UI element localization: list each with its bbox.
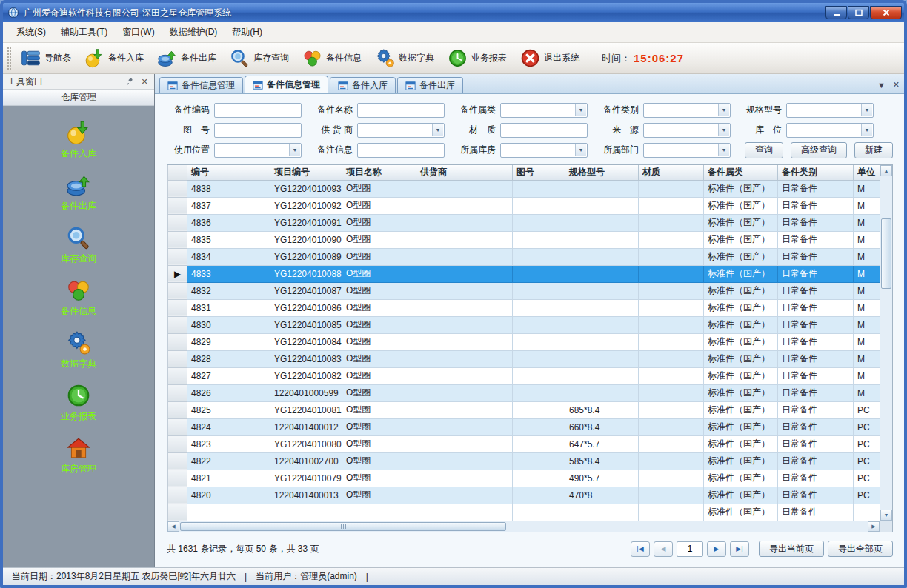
- row-selector[interactable]: ▶: [168, 265, 187, 282]
- scroll-up-icon[interactable]: ▲: [880, 165, 892, 176]
- filter-select[interactable]: ▼: [357, 123, 445, 138]
- row-selector[interactable]: [168, 316, 187, 333]
- sidebar-group-header[interactable]: 仓库管理: [3, 90, 154, 106]
- toolbar-parts-info-button[interactable]: 备件信息: [296, 45, 368, 71]
- tab-0[interactable]: 备件信息管理: [159, 77, 243, 93]
- table-row[interactable]: 4831YG12204010086O型圈标准件（国产）日常备件M: [168, 299, 880, 316]
- first-page-button[interactable]: |◀: [631, 541, 650, 557]
- tab-3[interactable]: 备件出库: [397, 77, 463, 93]
- filter-input[interactable]: [500, 123, 588, 138]
- table-row[interactable]: 4834YG12204010089O型圈标准件（国产）日常备件M: [168, 248, 880, 265]
- filter-input[interactable]: [214, 103, 302, 118]
- toolbar-parts-in-button[interactable]: 备件入库: [78, 45, 150, 71]
- vertical-scroll-thumb[interactable]: [881, 218, 891, 289]
- sidebar-close-icon[interactable]: ✕: [139, 76, 150, 87]
- table-row[interactable]: 标准件（国产）日常备件: [168, 504, 880, 521]
- menu-item-1[interactable]: 辅助工具(T): [53, 22, 115, 42]
- row-selector[interactable]: [168, 282, 187, 299]
- row-selector[interactable]: [168, 435, 187, 452]
- grid-header-cell[interactable]: 规格型号: [565, 165, 639, 180]
- scroll-down-icon[interactable]: ▼: [880, 510, 892, 521]
- table-row[interactable]: 48201220401400013O型圈470*8标准件（国产）日常备件PC: [168, 487, 880, 504]
- export-current-page-button[interactable]: 导出当前页: [759, 541, 824, 557]
- tab-close-icon[interactable]: ✕: [893, 80, 900, 90]
- grid-header-cell[interactable]: 备件类别: [778, 165, 854, 180]
- prev-page-button[interactable]: ◀: [654, 541, 673, 557]
- table-row[interactable]: 4828YG12204010083O型圈标准件（国产）日常备件M: [168, 350, 880, 367]
- sidebar-item-stock-search[interactable]: 库存查询: [23, 221, 134, 269]
- next-page-button[interactable]: ▶: [707, 541, 726, 557]
- menu-item-0[interactable]: 系统(S): [9, 22, 53, 42]
- horizontal-scrollbar[interactable]: ◀ ▶: [167, 521, 880, 532]
- row-selector[interactable]: [168, 452, 187, 470]
- grid-header-cell[interactable]: 材质: [639, 165, 704, 180]
- table-row[interactable]: 4827YG12204010082O型圈标准件（国产）日常备件M: [168, 367, 880, 384]
- tab-1[interactable]: 备件信息管理: [245, 76, 328, 93]
- toolbar-parts-out-button[interactable]: 备件出库: [150, 45, 223, 71]
- table-row[interactable]: 4836YG12204010091O型圈标准件（国产）日常备件M: [168, 214, 880, 231]
- filter-select[interactable]: ▼: [643, 143, 731, 158]
- row-selector[interactable]: [168, 350, 187, 367]
- menu-item-3[interactable]: 数据维护(D): [162, 22, 225, 42]
- row-selector[interactable]: [168, 197, 187, 214]
- menu-item-2[interactable]: 窗口(W): [115, 22, 162, 42]
- page-number-input[interactable]: [677, 541, 703, 557]
- filter-input[interactable]: [357, 103, 445, 118]
- vertical-scrollbar[interactable]: ▲ ▼: [880, 165, 892, 521]
- row-selector[interactable]: [168, 470, 187, 487]
- table-row[interactable]: 48221220401002700O型圈585*8.4标准件（国产）日常备件PC: [168, 452, 880, 470]
- close-button[interactable]: [870, 6, 902, 19]
- grid-header-cell[interactable]: 图号: [513, 165, 565, 180]
- tab-2[interactable]: 备件入库: [330, 77, 396, 93]
- row-selector[interactable]: [168, 504, 187, 521]
- row-selector[interactable]: [168, 401, 187, 418]
- filter-select[interactable]: ▼: [643, 103, 731, 118]
- sidebar-item-warehouse[interactable]: 库房管理: [23, 432, 134, 479]
- table-row[interactable]: ▶4833YG12204010088O型圈标准件（国产）日常备件M: [168, 265, 880, 282]
- menu-item-4[interactable]: 帮助(H): [225, 22, 270, 42]
- row-selector[interactable]: [168, 231, 187, 248]
- toolbar-report-button[interactable]: 业务报表: [441, 45, 514, 71]
- row-selector[interactable]: [168, 384, 187, 401]
- table-row[interactable]: 48261220401000599O型圈标准件（国产）日常备件M: [168, 384, 880, 401]
- sidebar-item-parts-in[interactable]: 备件入库: [23, 116, 134, 164]
- filter-select[interactable]: ▼: [500, 103, 588, 118]
- toolbar-stock-search-button[interactable]: 库存查询: [223, 45, 296, 71]
- table-row[interactable]: 4835YG12204010090O型圈标准件（国产）日常备件M: [168, 231, 880, 248]
- new-button[interactable]: 新建: [854, 142, 893, 158]
- table-row[interactable]: 4823YG12204010080O型圈647*5.7标准件（国产）日常备件PC: [168, 435, 880, 452]
- sidebar-item-parts-info[interactable]: 备件信息: [23, 274, 134, 321]
- toolbar-exit-button[interactable]: 退出系统: [514, 45, 586, 71]
- scroll-left-icon[interactable]: ◀: [167, 521, 179, 532]
- row-selector[interactable]: [168, 180, 187, 197]
- grid-header-cell[interactable]: 供货商: [416, 165, 513, 180]
- table-row[interactable]: 4832YG12204010087O型圈标准件（国产）日常备件M: [168, 282, 880, 299]
- filter-select[interactable]: ▼: [500, 143, 588, 158]
- tab-list-dropdown-icon[interactable]: ▼: [877, 81, 886, 90]
- table-row[interactable]: 4821YG12204010079O型圈490*5.7标准件（国产）日常备件PC: [168, 470, 880, 487]
- grid-header-cell[interactable]: 项目名称: [342, 165, 416, 180]
- toolbar-data-dict-button[interactable]: 数据字典: [368, 45, 441, 71]
- filter-select[interactable]: ▼: [643, 123, 731, 138]
- filter-select[interactable]: ▼: [786, 103, 874, 118]
- filter-input[interactable]: [357, 143, 445, 158]
- export-all-pages-button[interactable]: 导出全部页: [828, 541, 893, 557]
- sidebar-item-parts-out[interactable]: 备件出库: [23, 169, 134, 216]
- toolbar-nav-bars-button[interactable]: 导航条: [14, 45, 78, 71]
- row-selector[interactable]: [168, 333, 187, 350]
- sidebar-item-report[interactable]: 业务报表: [23, 379, 134, 427]
- grid-header-cell[interactable]: 项目编号: [270, 165, 342, 180]
- sidebar-item-data-dict[interactable]: 数据字典: [23, 327, 134, 374]
- table-row[interactable]: 4825YG12204010081O型圈685*8.4标准件（国产）日常备件PC: [168, 401, 880, 418]
- pin-icon[interactable]: [124, 76, 135, 87]
- row-selector[interactable]: [168, 248, 187, 265]
- row-selector[interactable]: [168, 367, 187, 384]
- advanced-query-button[interactable]: 高级查询: [791, 142, 847, 158]
- filter-select[interactable]: ▼: [214, 143, 302, 158]
- table-row[interactable]: 4830YG12204010085O型圈标准件（国产）日常备件M: [168, 316, 880, 333]
- grid-header-cell[interactable]: 备件属类: [704, 165, 778, 180]
- row-selector[interactable]: [168, 299, 187, 316]
- row-selector[interactable]: [168, 418, 187, 435]
- query-button[interactable]: 查询: [745, 142, 783, 158]
- minimize-button[interactable]: [825, 6, 847, 19]
